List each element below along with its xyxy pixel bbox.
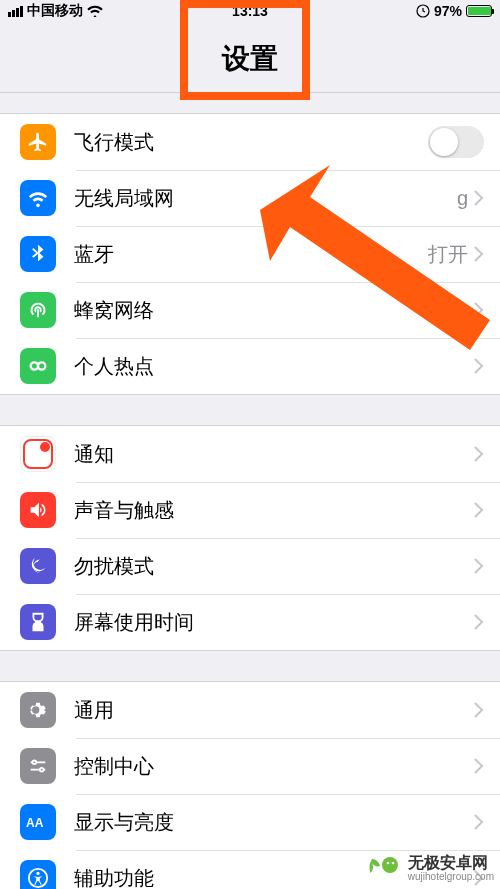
svg-point-4 [40,442,50,452]
chevron-right-icon [474,702,484,718]
row-label: 飞行模式 [74,129,428,156]
watermark: 无极安卓网 wujihotelgroup.com [366,853,494,883]
settings-group-connectivity: 飞行模式 无线局域网 g 蓝牙 打开 蜂窝网络 个人热点 [0,113,500,395]
sound-icon [20,492,56,528]
row-dnd[interactable]: 勿扰模式 [0,538,500,594]
row-general[interactable]: 通用 [0,682,500,738]
row-airplane-mode[interactable]: 飞行模式 [0,114,500,170]
svg-point-13 [36,872,39,875]
row-value: 打开 [428,241,468,268]
battery-percent: 97% [434,3,462,19]
status-right: 97% [416,3,492,19]
notifications-icon [20,436,56,472]
row-label: 勿扰模式 [74,553,474,580]
svg-point-17 [392,862,395,865]
row-cellular[interactable]: 蜂窝网络 [0,282,500,338]
watermark-logo-icon [366,853,402,883]
chevron-right-icon [474,558,484,574]
hotspot-icon [20,348,56,384]
chevron-right-icon [474,758,484,774]
row-label: 蓝牙 [74,241,428,268]
cellular-icon [20,292,56,328]
svg-point-16 [387,862,390,865]
carrier-label: 中国移动 [27,2,83,20]
row-hotspot[interactable]: 个人热点 [0,338,500,394]
svg-point-2 [38,362,45,369]
airplane-toggle[interactable] [428,126,484,158]
row-label: 控制中心 [74,753,474,780]
svg-point-8 [40,768,44,772]
chevron-right-icon [474,614,484,630]
svg-point-5 [33,761,37,765]
row-label: 声音与触感 [74,497,474,524]
row-label: 无线局域网 [74,185,457,212]
airplane-icon [20,124,56,160]
status-left: 中国移动 [8,2,103,20]
svg-point-15 [382,857,398,873]
row-bluetooth[interactable]: 蓝牙 打开 [0,226,500,282]
wifi-icon [87,5,103,17]
accessibility-icon [20,860,56,889]
chevron-right-icon [474,502,484,518]
status-bar: 中国移动 13:13 97% [0,0,500,22]
page-title: 设置 [0,22,500,93]
watermark-url: wujihotelgroup.com [408,871,494,882]
settings-group-notifications: 通知 声音与触感 勿扰模式 屏幕使用时间 [0,425,500,651]
row-notifications[interactable]: 通知 [0,426,500,482]
wifi-settings-icon [20,180,56,216]
general-icon [20,692,56,728]
bluetooth-icon [20,236,56,272]
chevron-right-icon [474,190,484,206]
row-label: 屏幕使用时间 [74,609,474,636]
control-center-icon [20,748,56,784]
row-screentime[interactable]: 屏幕使用时间 [0,594,500,650]
watermark-name: 无极安卓网 [408,854,494,872]
row-label: 通用 [74,697,474,724]
battery-icon [466,5,492,17]
svg-text:AA: AA [26,816,44,830]
row-display[interactable]: AA 显示与亮度 [0,794,500,850]
row-label: 个人热点 [74,353,474,380]
chevron-right-icon [474,358,484,374]
row-label: 通知 [74,441,474,468]
dnd-icon [20,548,56,584]
chevron-right-icon [474,302,484,318]
row-value: g [457,187,468,210]
row-sound[interactable]: 声音与触感 [0,482,500,538]
row-control-center[interactable]: 控制中心 [0,738,500,794]
row-wifi[interactable]: 无线局域网 g [0,170,500,226]
chevron-right-icon [474,814,484,830]
display-icon: AA [20,804,56,840]
row-label: 显示与亮度 [74,809,474,836]
row-label: 蜂窝网络 [74,297,474,324]
rotation-lock-icon [416,4,430,18]
signal-icon [8,6,23,17]
chevron-right-icon [474,246,484,262]
screentime-icon [20,604,56,640]
chevron-right-icon [474,446,484,462]
